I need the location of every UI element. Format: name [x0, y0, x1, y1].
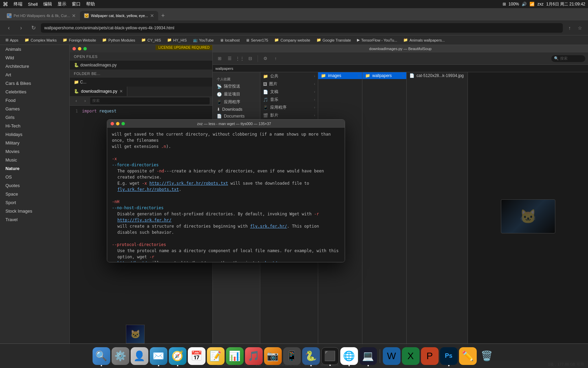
dock-system-prefs[interactable]: ⚙️	[112, 347, 129, 365]
editor-maximize-button[interactable]	[83, 47, 87, 50]
category-art[interactable]: Art	[0, 71, 69, 79]
category-animals[interactable]: Animals	[0, 45, 69, 53]
finder-item-pictures[interactable]: 🖼 图片 ›	[260, 80, 318, 88]
finder-sidebar-airdrop[interactable]: 📡 隔空投送	[213, 82, 260, 90]
dock-word[interactable]: W	[383, 347, 401, 365]
dock-calendar[interactable]: 📅	[188, 347, 206, 365]
bookmark-icon[interactable]: ☆	[576, 24, 584, 32]
menubar-grid-icon[interactable]: ⊞	[503, 2, 506, 6]
reload-button[interactable]: ↻	[29, 23, 38, 33]
tab-1[interactable]: 🐾 Pet HD Wallpapers 4k & 8k, Cur... ✕	[3, 11, 80, 20]
finder-item-cat-jpg[interactable]: 📄 cat-5120x28...k-19934.jpg	[407, 72, 468, 79]
menu-help[interactable]: 帮助	[86, 1, 95, 7]
new-tab-button[interactable]: +	[158, 11, 168, 20]
bookmark-apps[interactable]: ⊞ Apps	[3, 37, 21, 43]
dock-excel[interactable]: X	[402, 347, 420, 365]
category-stock-images[interactable]: Stock Images	[0, 207, 69, 215]
open-file-item[interactable]: 🐍 downloadImages.py	[72, 62, 210, 68]
bookmark-cy-his[interactable]: 📁 CY_HIS	[138, 37, 164, 43]
category-hi-tech[interactable]: Hi-Tech	[0, 122, 69, 130]
finder-sidebar-downloads[interactable]: ⬇ Downloads	[213, 106, 260, 113]
editor-minimize-button[interactable]	[78, 47, 81, 50]
finder-share[interactable]: ↑	[272, 55, 280, 63]
editor-tab-close[interactable]: ✕	[119, 89, 123, 94]
apple-menu[interactable]: ⌘	[3, 1, 8, 7]
menu-view[interactable]: 显示	[58, 1, 66, 7]
finder-view-column[interactable]: ⋮⋮	[236, 55, 244, 63]
dock-chrome[interactable]: 🌐	[340, 347, 358, 365]
tool-back[interactable]: ‹	[72, 97, 80, 105]
bookmark-complex-marks[interactable]: 📁 Complex Marks	[22, 37, 59, 43]
dock-python[interactable]: 🐍	[302, 347, 320, 365]
dock-finder[interactable]: 🔍	[93, 347, 110, 365]
editor-search-bar[interactable]: 搜索	[90, 97, 210, 104]
terminal-body[interactable]: will get saved to the current directory,…	[107, 128, 345, 262]
editor-tab-active[interactable]: 🐍 downloadImages.py ✕	[70, 87, 127, 96]
folder-tree-item[interactable]: 📁 C...	[72, 79, 210, 85]
menubar-wifi[interactable]: 📶	[529, 2, 535, 6]
dock-pycharm[interactable]: 💻	[359, 347, 377, 365]
tab-2-close[interactable]: ✕	[150, 13, 154, 18]
finder-sidebar-recent[interactable]: 🕐 最近项目	[213, 90, 260, 98]
dock-photoshop[interactable]: Ps	[440, 347, 458, 365]
terminal-maximize-button[interactable]	[121, 122, 125, 125]
bookmark-youtube[interactable]: 📺 YouTube	[190, 37, 216, 43]
menu-edit[interactable]: 编辑	[43, 1, 52, 7]
bookmark-company-website[interactable]: 📁 Company website	[272, 37, 313, 43]
menu-terminal[interactable]: 终端	[14, 1, 22, 7]
license-upgrade-tag[interactable]: LICENSE UPGRADE REQUIRED	[156, 45, 212, 50]
menu-window[interactable]: 窗口	[72, 1, 81, 7]
dock-iphone-backup[interactable]: 📱	[283, 347, 301, 365]
dock-powerpoint[interactable]: P	[421, 347, 439, 365]
dock-photos[interactable]: 📷	[264, 347, 282, 365]
back-button[interactable]: ‹	[4, 23, 14, 33]
bookmark-google-translate[interactable]: 📁 Google Translate	[314, 37, 354, 43]
dock-safari[interactable]: 🧭	[169, 347, 186, 365]
category-holidays[interactable]: Holidays	[0, 130, 69, 139]
category-cars-bikes[interactable]: Cars & Bikes	[0, 79, 69, 88]
forward-button[interactable]: ›	[16, 23, 26, 33]
category-sport[interactable]: Sport	[0, 198, 69, 207]
category-nature[interactable]: Nature	[0, 164, 69, 173]
finder-item-public[interactable]: 📁 公共 ›	[260, 72, 318, 80]
bookmark-animals[interactable]: 📁 Animals wallpapers...	[401, 37, 447, 43]
finder-item-music[interactable]: 🎵 音乐 ›	[260, 96, 318, 104]
bookmark-localhost[interactable]: 🖥 localhost	[217, 37, 242, 43]
bookmark-tensorflow[interactable]: ▶ TensorFlow - YouTu...	[354, 37, 400, 43]
terminal-close-button[interactable]	[111, 122, 114, 125]
finder-sidebar-apps[interactable]: 📱 应用程序	[213, 98, 260, 106]
category-quotes[interactable]: Quotes	[0, 181, 69, 190]
finder-item-movies[interactable]: 🎬 影片 ›	[260, 111, 318, 119]
finder-item-images[interactable]: 📁 images ›	[318, 72, 362, 79]
finder-action[interactable]: ⚙	[261, 55, 270, 63]
tab-2[interactable]: 🐱 Wallpaper cat, black, yellow, eye... ✕	[80, 11, 158, 20]
dock-contacts[interactable]: 👤	[131, 347, 148, 365]
finder-sidebar-documents[interactable]: 📄 Documents	[213, 113, 260, 120]
category-wild[interactable]: Wild	[0, 53, 69, 62]
category-movies[interactable]: Movies	[0, 147, 69, 156]
bookmark-foreign-website[interactable]: 📁 Foreign Website	[60, 37, 99, 43]
category-military[interactable]: Military	[0, 139, 69, 147]
finder-item-appstore[interactable]: 📱 应用程序 ›	[260, 104, 318, 111]
url-bar[interactable]: wallpapershome.com/animals/pets/cat-blac…	[41, 23, 563, 33]
finder-search-bar[interactable]: 🔍 搜索	[551, 55, 585, 62]
dock-numbers[interactable]: 📊	[226, 347, 244, 365]
dock-sketch[interactable]: ✏️	[459, 347, 477, 365]
tool-forward[interactable]: ›	[81, 97, 89, 105]
terminal-minimize-button[interactable]	[116, 122, 119, 125]
category-girls[interactable]: Girls	[0, 113, 69, 122]
bookmark-python-modules[interactable]: 📁 Python Modules	[99, 37, 138, 43]
category-food[interactable]: Food	[0, 96, 69, 105]
tab-1-close[interactable]: ✕	[72, 13, 76, 18]
category-games[interactable]: Games	[0, 105, 69, 113]
dock-notes[interactable]: 📝	[207, 347, 225, 365]
category-architecture[interactable]: Architecture	[0, 62, 69, 71]
menubar-volume[interactable]: 🔊	[522, 2, 527, 6]
finder-view-cover[interactable]: ⊟	[246, 55, 254, 63]
dock-mail[interactable]: ✉️	[150, 347, 167, 365]
finder-item-docs[interactable]: 📄 文稿 ›	[260, 88, 318, 96]
category-os[interactable]: OS	[0, 173, 69, 181]
finder-view-list[interactable]: ☰	[226, 55, 234, 63]
finder-item-wallpapers[interactable]: 📁 wallpapers ›	[362, 72, 406, 79]
dock-terminal[interactable]: ⬛	[321, 347, 339, 365]
